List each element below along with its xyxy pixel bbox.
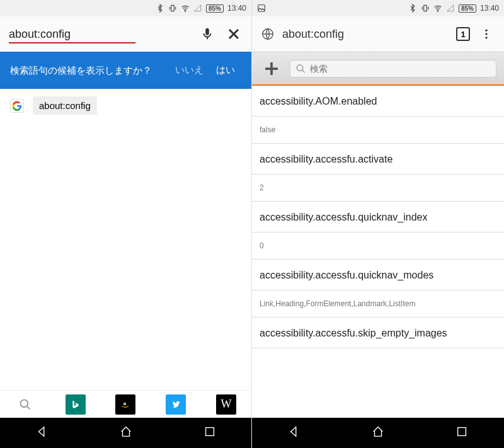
clock: 13:40 (480, 4, 499, 13)
url-field-wrapper (9, 28, 190, 41)
search-icon[interactable] (15, 394, 35, 415)
svg-rect-6 (424, 5, 427, 11)
svg-point-1 (185, 11, 185, 11)
config-list[interactable]: accessibility.AOM.enabled false accessib… (252, 86, 504, 418)
home-button[interactable] (119, 425, 133, 441)
config-value: 2 (252, 175, 504, 202)
status-bar: 85% 13:40 (0, 0, 251, 16)
svg-rect-13 (458, 428, 466, 436)
back-button[interactable] (35, 425, 49, 441)
phone-left: 85% 13:40 検索語句の候補を表示しますか？ いいえ はい about:c… (0, 0, 252, 448)
twitter-icon[interactable] (166, 394, 186, 415)
browser-toolbar: about:config 1 (252, 16, 504, 52)
svg-point-11 (485, 37, 487, 38)
back-button[interactable] (287, 425, 301, 441)
prompt-yes-button[interactable]: はい (210, 60, 241, 80)
wikipedia-icon[interactable]: W (216, 394, 236, 415)
add-pref-button[interactable] (260, 57, 284, 81)
signal-icon (446, 4, 455, 13)
vibrate-icon (168, 4, 177, 13)
config-item[interactable]: accessibility.accessfu.quicknav_index (252, 202, 504, 233)
svg-point-9 (485, 30, 487, 32)
config-value: false (252, 117, 504, 144)
url-toolbar (0, 16, 251, 52)
wifi-icon (433, 4, 442, 13)
suggestion-row[interactable]: about:config (0, 89, 251, 122)
amazon-icon[interactable]: a (115, 394, 135, 415)
config-toolbar (252, 52, 504, 86)
home-button[interactable] (371, 425, 385, 441)
svg-point-12 (297, 64, 303, 71)
config-key: accessibility.accessfu.activate (260, 154, 496, 165)
menu-icon[interactable] (478, 25, 495, 43)
status-bar: 85% 13:40 (252, 0, 504, 16)
signal-icon (193, 4, 202, 13)
config-key: accessibility.accessfu.skip_empty_images (260, 328, 496, 339)
config-value: 0 (252, 233, 504, 260)
config-item[interactable]: accessibility.accessfu.activate (252, 144, 504, 175)
image-icon (257, 4, 266, 13)
config-search-input[interactable] (310, 64, 491, 74)
page-title[interactable]: about:config (282, 28, 449, 41)
svg-rect-4 (205, 428, 214, 436)
config-item[interactable]: accessibility.accessfu.quicknav_modes (252, 260, 504, 290)
recent-button[interactable] (203, 425, 217, 441)
svg-text:a: a (123, 400, 127, 406)
config-key: accessibility.AOM.enabled (260, 96, 496, 107)
phone-right: 85% 13:40 about:config 1 accessibility.A… (252, 0, 504, 448)
quick-access-row: a W (0, 390, 251, 418)
android-navbar (252, 418, 504, 448)
mic-icon[interactable] (198, 25, 216, 43)
battery-indicator: 85% (459, 4, 476, 13)
prompt-text: 検索語句の候補を表示しますか？ (10, 64, 169, 77)
svg-rect-5 (258, 5, 265, 12)
bluetooth-icon (408, 4, 417, 13)
bluetooth-icon (156, 4, 164, 13)
url-input[interactable] (9, 28, 155, 41)
config-key: accessibility.accessfu.quicknav_modes (260, 270, 496, 281)
vibrate-icon (421, 4, 430, 13)
recent-button[interactable] (455, 425, 469, 441)
svg-point-7 (437, 11, 438, 11)
suggestion-chip[interactable]: about:config (33, 96, 97, 115)
wifi-icon (181, 4, 190, 13)
config-item[interactable]: accessibility.AOM.enabled (252, 86, 504, 117)
battery-indicator: 85% (206, 4, 224, 13)
config-value: Link,Heading,FormElement,Landmark,ListIt… (252, 290, 504, 318)
config-search-box[interactable] (290, 60, 496, 78)
android-navbar (0, 418, 251, 448)
google-icon (10, 99, 24, 113)
tab-count-button[interactable]: 1 (456, 27, 470, 41)
svg-rect-0 (171, 5, 175, 11)
svg-point-2 (20, 399, 28, 407)
globe-icon (261, 27, 275, 41)
config-key: accessibility.accessfu.quicknav_index (260, 212, 496, 223)
config-item[interactable]: accessibility.accessfu.skip_empty_images (252, 318, 504, 348)
clock: 13:40 (227, 4, 246, 13)
prompt-no-button[interactable]: いいえ (169, 60, 210, 80)
svg-point-10 (485, 33, 487, 35)
search-suggestion-prompt: 検索語句の候補を表示しますか？ いいえ はい (0, 52, 251, 89)
search-icon (295, 63, 306, 74)
bing-icon[interactable] (66, 394, 86, 415)
close-icon[interactable] (225, 25, 243, 43)
